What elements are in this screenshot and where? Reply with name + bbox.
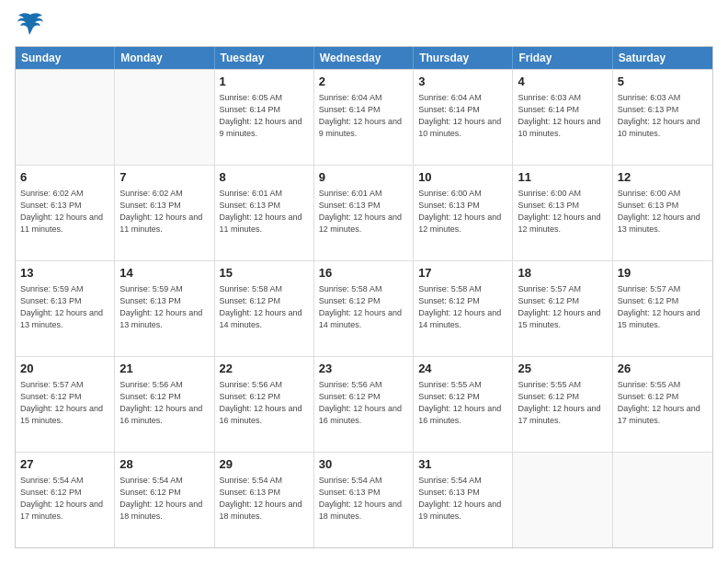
calendar-row-0: 1Sunrise: 6:05 AM Sunset: 6:14 PM Daylig…	[16, 69, 712, 165]
day-info: Sunrise: 6:01 AM Sunset: 6:13 PM Dayligh…	[220, 188, 309, 236]
header-day-monday: Monday	[115, 47, 214, 69]
header	[15, 15, 713, 37]
day-cell-7: 7Sunrise: 6:02 AM Sunset: 6:13 PM Daylig…	[115, 166, 214, 260]
day-info: Sunrise: 5:54 AM Sunset: 6:12 PM Dayligh…	[20, 475, 109, 523]
day-info: Sunrise: 5:59 AM Sunset: 6:13 PM Dayligh…	[20, 283, 109, 331]
day-number: 17	[418, 265, 507, 282]
page: SundayMondayTuesdayWednesdayThursdayFrid…	[0, 0, 728, 563]
day-number: 23	[319, 361, 408, 377]
day-cell-15: 15Sunrise: 5:58 AM Sunset: 6:12 PM Dayli…	[215, 261, 314, 356]
day-info: Sunrise: 5:54 AM Sunset: 6:12 PM Dayligh…	[119, 475, 209, 523]
day-number: 20	[20, 361, 109, 377]
day-cell-18: 18Sunrise: 5:57 AM Sunset: 6:12 PM Dayli…	[513, 261, 612, 356]
day-cell-1: 1Sunrise: 6:05 AM Sunset: 6:14 PM Daylig…	[215, 70, 314, 165]
day-cell-23: 23Sunrise: 5:56 AM Sunset: 6:12 PM Dayli…	[314, 357, 414, 452]
day-info: Sunrise: 5:56 AM Sunset: 6:12 PM Dayligh…	[319, 379, 408, 427]
day-number: 6	[20, 169, 109, 186]
day-cell-27: 27Sunrise: 5:54 AM Sunset: 6:12 PM Dayli…	[16, 453, 115, 547]
day-number: 8	[220, 169, 309, 186]
day-info: Sunrise: 6:05 AM Sunset: 6:14 PM Dayligh…	[220, 92, 309, 140]
day-cell-8: 8Sunrise: 6:01 AM Sunset: 6:13 PM Daylig…	[215, 166, 314, 260]
day-info: Sunrise: 5:56 AM Sunset: 6:12 PM Dayligh…	[220, 379, 309, 427]
day-info: Sunrise: 5:54 AM Sunset: 6:13 PM Dayligh…	[418, 475, 507, 523]
calendar: SundayMondayTuesdayWednesdayThursdayFrid…	[15, 46, 713, 548]
day-number: 5	[618, 74, 708, 90]
day-number: 25	[518, 361, 607, 377]
day-number: 30	[319, 456, 408, 473]
day-cell-12: 12Sunrise: 6:00 AM Sunset: 6:13 PM Dayli…	[613, 166, 712, 260]
calendar-row-1: 6Sunrise: 6:02 AM Sunset: 6:13 PM Daylig…	[16, 165, 712, 260]
day-cell-13: 13Sunrise: 5:59 AM Sunset: 6:13 PM Dayli…	[16, 261, 115, 356]
day-cell-21: 21Sunrise: 5:56 AM Sunset: 6:12 PM Dayli…	[115, 357, 214, 452]
day-info: Sunrise: 6:01 AM Sunset: 6:13 PM Dayligh…	[319, 188, 408, 236]
day-cell-9: 9Sunrise: 6:01 AM Sunset: 6:13 PM Daylig…	[314, 166, 414, 260]
day-info: Sunrise: 5:57 AM Sunset: 6:12 PM Dayligh…	[518, 283, 607, 331]
day-cell-5: 5Sunrise: 6:03 AM Sunset: 6:13 PM Daylig…	[613, 70, 712, 165]
calendar-row-4: 27Sunrise: 5:54 AM Sunset: 6:12 PM Dayli…	[16, 452, 712, 547]
day-cell-14: 14Sunrise: 5:59 AM Sunset: 6:13 PM Dayli…	[115, 261, 214, 356]
day-cell-6: 6Sunrise: 6:02 AM Sunset: 6:13 PM Daylig…	[16, 166, 115, 260]
calendar-row-3: 20Sunrise: 5:57 AM Sunset: 6:12 PM Dayli…	[16, 356, 712, 452]
day-number: 27	[20, 456, 109, 473]
day-info: Sunrise: 5:54 AM Sunset: 6:13 PM Dayligh…	[220, 475, 309, 523]
day-number: 28	[119, 456, 209, 473]
day-number: 26	[618, 361, 708, 377]
calendar-body: 1Sunrise: 6:05 AM Sunset: 6:14 PM Daylig…	[16, 69, 712, 547]
day-number: 18	[518, 265, 607, 282]
day-number: 21	[119, 361, 209, 377]
day-cell-16: 16Sunrise: 5:58 AM Sunset: 6:12 PM Dayli…	[314, 261, 414, 356]
day-cell-2: 2Sunrise: 6:04 AM Sunset: 6:14 PM Daylig…	[314, 70, 414, 165]
day-info: Sunrise: 6:03 AM Sunset: 6:13 PM Dayligh…	[618, 92, 708, 140]
day-info: Sunrise: 5:57 AM Sunset: 6:12 PM Dayligh…	[618, 283, 708, 331]
header-day-saturday: Saturday	[613, 47, 712, 69]
day-info: Sunrise: 5:58 AM Sunset: 6:12 PM Dayligh…	[418, 283, 507, 331]
day-info: Sunrise: 6:04 AM Sunset: 6:14 PM Dayligh…	[418, 92, 507, 140]
header-day-friday: Friday	[513, 47, 612, 69]
day-number: 4	[518, 74, 607, 90]
header-day-sunday: Sunday	[16, 47, 115, 69]
day-cell-22: 22Sunrise: 5:56 AM Sunset: 6:12 PM Dayli…	[215, 357, 314, 452]
day-cell-11: 11Sunrise: 6:00 AM Sunset: 6:13 PM Dayli…	[513, 166, 612, 260]
day-number: 31	[418, 456, 507, 473]
day-cell-25: 25Sunrise: 5:55 AM Sunset: 6:12 PM Dayli…	[513, 357, 612, 452]
day-cell-31: 31Sunrise: 5:54 AM Sunset: 6:13 PM Dayli…	[414, 453, 513, 547]
day-info: Sunrise: 5:58 AM Sunset: 6:12 PM Dayligh…	[319, 283, 408, 331]
header-day-tuesday: Tuesday	[215, 47, 314, 69]
header-day-wednesday: Wednesday	[314, 47, 414, 69]
day-number: 1	[220, 74, 309, 90]
day-cell-empty-4-5	[513, 453, 612, 547]
day-info: Sunrise: 5:55 AM Sunset: 6:12 PM Dayligh…	[518, 379, 607, 427]
calendar-header: SundayMondayTuesdayWednesdayThursdayFrid…	[16, 47, 712, 69]
day-info: Sunrise: 6:00 AM Sunset: 6:13 PM Dayligh…	[518, 188, 607, 236]
day-cell-4: 4Sunrise: 6:03 AM Sunset: 6:14 PM Daylig…	[513, 70, 612, 165]
day-cell-28: 28Sunrise: 5:54 AM Sunset: 6:12 PM Dayli…	[115, 453, 214, 547]
day-info: Sunrise: 6:04 AM Sunset: 6:14 PM Dayligh…	[319, 92, 408, 140]
day-cell-24: 24Sunrise: 5:55 AM Sunset: 6:12 PM Dayli…	[414, 357, 513, 452]
day-cell-26: 26Sunrise: 5:55 AM Sunset: 6:12 PM Dayli…	[613, 357, 712, 452]
header-day-thursday: Thursday	[414, 47, 513, 69]
day-number: 7	[119, 169, 209, 186]
day-cell-empty-0-0	[16, 70, 115, 165]
day-info: Sunrise: 6:00 AM Sunset: 6:13 PM Dayligh…	[418, 188, 507, 236]
day-number: 11	[518, 169, 607, 186]
day-number: 22	[220, 361, 309, 377]
day-number: 16	[319, 265, 408, 282]
day-cell-empty-0-1	[115, 70, 214, 165]
logo-bird-icon	[17, 11, 44, 37]
day-info: Sunrise: 5:56 AM Sunset: 6:12 PM Dayligh…	[119, 379, 209, 427]
day-info: Sunrise: 5:54 AM Sunset: 6:13 PM Dayligh…	[319, 475, 408, 523]
day-info: Sunrise: 6:00 AM Sunset: 6:13 PM Dayligh…	[618, 188, 708, 236]
day-cell-10: 10Sunrise: 6:00 AM Sunset: 6:13 PM Dayli…	[414, 166, 513, 260]
day-info: Sunrise: 6:02 AM Sunset: 6:13 PM Dayligh…	[119, 188, 209, 236]
day-info: Sunrise: 6:03 AM Sunset: 6:14 PM Dayligh…	[518, 92, 607, 140]
day-number: 2	[319, 74, 408, 90]
day-cell-29: 29Sunrise: 5:54 AM Sunset: 6:13 PM Dayli…	[215, 453, 314, 547]
day-info: Sunrise: 5:55 AM Sunset: 6:12 PM Dayligh…	[418, 379, 507, 427]
day-number: 15	[220, 265, 309, 282]
day-cell-17: 17Sunrise: 5:58 AM Sunset: 6:12 PM Dayli…	[414, 261, 513, 356]
logo	[15, 15, 44, 37]
day-cell-20: 20Sunrise: 5:57 AM Sunset: 6:12 PM Dayli…	[16, 357, 115, 452]
day-number: 9	[319, 169, 408, 186]
day-cell-3: 3Sunrise: 6:04 AM Sunset: 6:14 PM Daylig…	[414, 70, 513, 165]
day-info: Sunrise: 5:59 AM Sunset: 6:13 PM Dayligh…	[119, 283, 209, 331]
